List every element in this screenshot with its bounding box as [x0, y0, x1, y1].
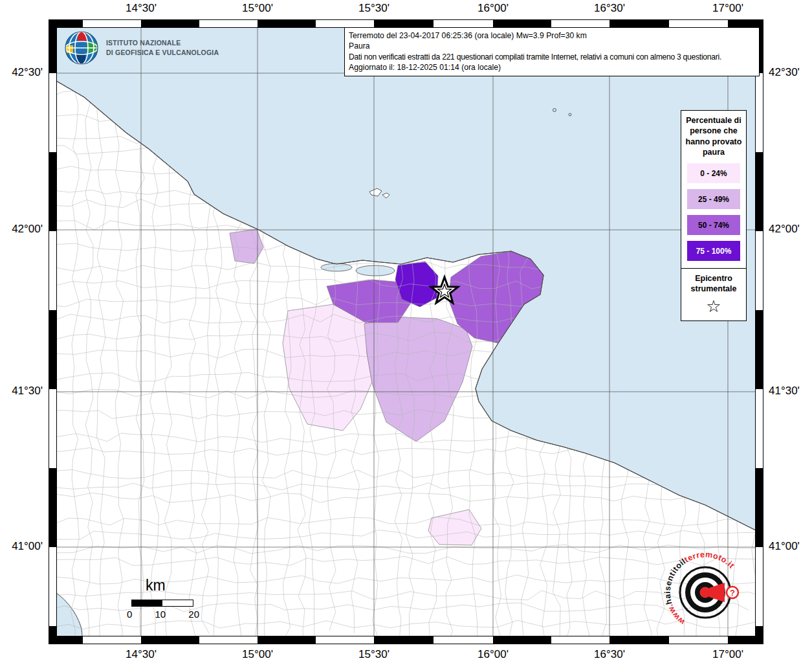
scale-ticks: 01020: [127, 609, 199, 620]
legend-swatch-75-100: 75 - 100%: [687, 241, 740, 261]
lat-label-right-3: 41°00': [769, 540, 811, 553]
legend: Percentuale di persone che hanno provato…: [681, 110, 747, 321]
lon-label-top-3: 16°00': [477, 2, 509, 15]
lon-label-bottom-2: 15°30': [358, 648, 390, 661]
lon-label-bottom-4: 16°30': [594, 648, 625, 661]
legend-swatch-25-49: 25 - 49%: [687, 189, 740, 209]
legend-divider: [681, 268, 746, 269]
lon-label-bottom-5: 17°00': [712, 648, 743, 661]
lat-label-left-3: 41°00': [0, 540, 43, 553]
event-parameter: Paura: [349, 41, 755, 51]
event-updated: Aggiornato il: 18-12-2025 01:14 (ora loc…: [349, 62, 755, 73]
epicenter-star-symbol: ☆: [681, 298, 746, 315]
event-title: Terremoto del 23-04-2017 06:25:36 (ora l…: [349, 30, 755, 41]
lat-label-right-1: 42°00': [769, 223, 811, 236]
lon-label-bottom-3: 16°00': [477, 648, 509, 661]
lat-label-left-1: 42°00': [0, 223, 43, 236]
lagoon-varano: [356, 265, 395, 276]
lat-label-left-0: 42°30': [0, 66, 43, 79]
legend-epicenter-title: Epicentro strumentale: [681, 273, 746, 295]
event-info-box: Terremoto del 23-04-2017 06:25:36 (ora l…: [344, 27, 760, 76]
ingv-globe-icon: [63, 30, 100, 66]
map-canvas: ? www.haisentitoilterremoto.it: [49, 19, 763, 644]
lon-label-bottom-1: 15°00': [242, 648, 273, 661]
ingv-name: ISTITUTO NAZIONALE DI GEOFISICA E VULCAN…: [106, 38, 219, 57]
scale-bar-graphic: [131, 600, 193, 607]
legend-swatch-0-24: 0 - 24%: [687, 163, 740, 183]
lagoon-lesina: [321, 264, 352, 271]
legend-title: Percentuale di persone che hanno provato…: [681, 115, 746, 157]
lat-label-right-0: 42°30': [769, 66, 811, 79]
ingv-logo: ISTITUTO NAZIONALE DI GEOFISICA E VULCAN…: [63, 30, 219, 66]
legend-swatch-50-74: 50 - 74%: [687, 215, 740, 235]
scale-unit: km: [146, 577, 199, 594]
watermark-question: ?: [730, 588, 735, 598]
lat-label-left-2: 41°30': [0, 385, 43, 398]
map-page: ? www.haisentitoilterremoto.it 14°30' 15…: [0, 0, 812, 663]
lat-label-right-2: 41°30': [769, 385, 811, 398]
event-disclaimer: Dati non verificati estratti da 221 ques…: [349, 52, 755, 62]
lon-label-top-0: 14°30': [126, 2, 157, 15]
lon-label-top-5: 17°00': [712, 2, 743, 15]
lon-label-top-2: 15°30': [358, 2, 390, 15]
scale-bar: km 01020: [131, 577, 199, 620]
lon-label-top-4: 16°30': [594, 2, 625, 15]
lon-label-bottom-0: 14°30': [126, 648, 157, 661]
lon-label-top-1: 15°00': [242, 2, 273, 15]
